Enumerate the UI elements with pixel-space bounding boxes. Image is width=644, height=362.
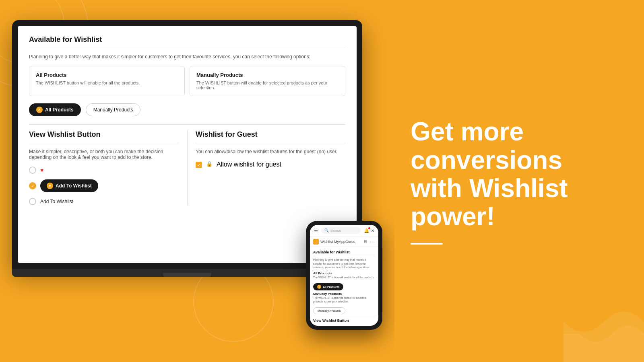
phone-mockup: ☰ 🔍 Search 🔔 ✕ Wishlist-MyAppGu <box>306 221 382 330</box>
phone-content: Available for Wishlist Planning to give … <box>310 247 378 326</box>
allow-guest-label: Allow wishlist for guest <box>217 161 281 168</box>
all-products-card: All Products The WISHLIST button will en… <box>29 66 185 96</box>
phone-header-bar: Wishlist-MyAppGurus ⊟ ··· <box>310 237 378 247</box>
phone-search-icon: 🔍 <box>324 228 329 232</box>
wishlist-for-guest-section: Wishlist for Guest You can allow/disallo… <box>187 130 345 205</box>
view-wishlist-radio-group: ♥ ♥ Add To Wishlist <box>29 167 179 205</box>
all-products-check-icon: ✓ <box>36 107 43 113</box>
add-to-wishlist-text-label: Add To Wishlist <box>40 199 73 204</box>
view-wishlist-desc: Make it simpler, descriptive, or both yo… <box>29 149 179 160</box>
phone-bookmark-icon: ⊟ <box>364 239 367 244</box>
manually-products-card-title: Manually Products <box>196 72 339 78</box>
tagline-line2: conversions <box>411 146 562 175</box>
all-products-card-desc: The WISHLIST button will enable for all … <box>36 80 178 85</box>
radio-circle-heart[interactable] <box>29 167 36 174</box>
view-wishlist-section: View Wishlist Button Make it simpler, de… <box>29 130 187 205</box>
view-wishlist-title: View Wishlist Button <box>29 130 179 139</box>
phone-frame: ☰ 🔍 Search 🔔 ✕ Wishlist-MyAppGu <box>306 221 382 330</box>
phone-bell-badge <box>368 227 370 229</box>
radio-item-button-selected: ♥ Add To Wishlist <box>29 179 179 192</box>
phone-close-icon: ✕ <box>371 228 374 233</box>
phone-manually-products-btn-label: Manually Products <box>318 309 341 312</box>
add-to-wishlist-button-selected[interactable]: ♥ Add To Wishlist <box>40 179 98 192</box>
phone-all-products-block: All Products The WISHLIST button will en… <box>313 272 375 279</box>
tagline-line4: power! <box>411 202 495 231</box>
phone-menu-icon: ☰ <box>314 228 318 233</box>
add-to-wishlist-text-button[interactable]: Add To Wishlist <box>40 199 73 204</box>
all-products-card-title: All Products <box>36 72 178 78</box>
left-section: Available for Wishlist Planning to give … <box>0 0 394 362</box>
section-divider-3 <box>29 143 179 143</box>
bottom-sections-grid: View Wishlist Button Make it simpler, de… <box>29 130 345 205</box>
product-buttons-row: ✓ All Products Manually Products <box>29 103 345 116</box>
tagline-line3: with Wishlist <box>411 174 568 203</box>
available-for-wishlist-title: Available for Wishlist <box>29 35 345 44</box>
phone-view-wishlist-title: View Wishlist Button <box>313 316 375 323</box>
phone-manually-products-desc: The WISHLIST button will enable for sele… <box>313 296 375 303</box>
radio-item-text: Add To Wishlist <box>29 198 179 205</box>
phone-search[interactable]: 🔍 Search <box>321 227 361 234</box>
radio-circle-text[interactable] <box>29 198 36 205</box>
heart-icon: ♥ <box>40 167 43 173</box>
allow-guest-checkbox[interactable]: ✓ <box>196 162 202 168</box>
phone-screen: ☰ 🔍 Search 🔔 ✕ Wishlist-MyAppGu <box>310 225 378 326</box>
phone-all-products-button[interactable]: ✓ All Products <box>313 283 343 290</box>
manually-products-card: Manually Products The WISHLIST button wi… <box>190 66 345 96</box>
phone-app-label: Wishlist-MyAppGurus <box>320 240 355 244</box>
lock-icon: 🔒 <box>206 161 213 167</box>
phone-btn-check-icon: ✓ <box>317 285 321 289</box>
phone-manually-products-block: Manually Products The WISHLIST button wi… <box>313 292 375 303</box>
available-for-wishlist-section: Available for Wishlist Planning to give … <box>29 35 345 116</box>
wishlist-for-guest-desc: You can allow/disallow the wishlist feat… <box>196 149 345 154</box>
phone-divider-1 <box>313 256 375 256</box>
available-for-wishlist-desc: Planning to give a better way that makes… <box>29 54 345 60</box>
manually-products-card-desc: The WISHLIST button will enable for sele… <box>196 80 339 90</box>
section-divider-4 <box>196 143 345 143</box>
phone-more-dots: ··· <box>369 239 375 245</box>
phone-all-products-title: All Products <box>313 272 375 275</box>
manually-products-btn-label: Manually Products <box>93 107 133 113</box>
product-options-grid: All Products The WISHLIST button will en… <box>29 66 345 96</box>
phone-manually-products-title: Manually Products <box>313 292 375 296</box>
tagline-line1: Get more <box>411 117 524 146</box>
tagline-underline <box>411 243 443 245</box>
wishlist-check-badge: ♥ <box>47 183 53 189</box>
phone-status-bar: ☰ 🔍 Search 🔔 ✕ <box>310 225 378 237</box>
section-divider-1 <box>29 48 345 48</box>
radio-item-heart: ♥ <box>29 167 179 174</box>
phone-header-actions: ⊟ ··· <box>364 239 375 245</box>
phone-available-desc: Planning to give a better way that makes… <box>313 258 375 269</box>
all-products-btn-label: All Products <box>45 107 74 113</box>
deco-curve-svg <box>564 282 644 362</box>
phone-bell-icon: 🔔 <box>364 228 369 233</box>
tagline: Get more conversions with Wishlist power… <box>411 117 620 231</box>
section-divider-2 <box>29 124 345 125</box>
phone-app-name: Wishlist-MyAppGurus <box>313 239 355 245</box>
allow-guest-checkbox-row: ✓ 🔒 Allow wishlist for guest <box>196 161 345 168</box>
manually-products-button[interactable]: Manually Products <box>86 103 141 116</box>
phone-manually-products-button[interactable]: Manually Products <box>313 307 345 314</box>
right-section: Get more conversions with Wishlist power… <box>394 0 644 362</box>
phone-all-products-btn-label: All Products <box>323 286 339 288</box>
add-to-wishlist-btn-label: Add To Wishlist <box>56 183 92 189</box>
wishlist-for-guest-title: Wishlist for Guest <box>196 130 345 139</box>
phone-available-title: Available for Wishlist <box>313 250 375 254</box>
phone-all-products-desc: The WISHLIST button will enable for all … <box>313 276 375 279</box>
phone-search-placeholder: Search <box>330 229 341 232</box>
phone-app-icon <box>313 239 319 245</box>
all-products-button[interactable]: ✓ All Products <box>29 103 81 116</box>
radio-circle-selected[interactable] <box>29 182 36 189</box>
